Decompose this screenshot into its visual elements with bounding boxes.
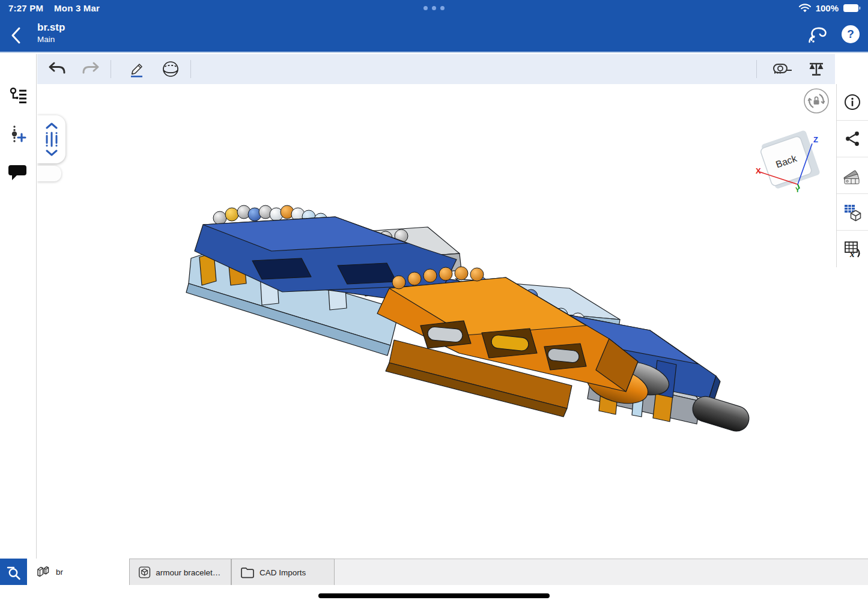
tab-bar: br armour bracelet 1li… CAD Imports (0, 559, 868, 585)
part-studio-icon (35, 565, 51, 580)
tab-folder-cad-imports[interactable]: CAD Imports (231, 559, 335, 586)
find-tab-icon[interactable] (0, 559, 27, 586)
tab-label: CAD Imports (259, 568, 306, 577)
feature-list-icon[interactable] (7, 85, 29, 107)
nav-bar: br.stp Main ? (0, 18, 868, 53)
chevron-down-icon[interactable] (46, 150, 58, 156)
app-header: 7:27 PM Mon 3 Mar 100% br.stp Main (0, 0, 868, 53)
document-title: br.stp (37, 22, 65, 34)
appearance-icon[interactable] (837, 157, 868, 194)
follow-mode-icon[interactable] (807, 24, 830, 44)
insert-feature-icon[interactable] (7, 124, 29, 145)
tab-label: br (56, 568, 63, 577)
home-indicator[interactable] (318, 593, 550, 598)
left-sidebar (0, 54, 37, 559)
cad-model[interactable] (168, 198, 757, 444)
back-button[interactable] (10, 25, 28, 46)
right-sidebar: x (836, 84, 868, 267)
document-cube-icon (138, 565, 151, 580)
multitask-dots-icon[interactable] (0, 6, 868, 10)
chevron-up-icon[interactable] (46, 123, 58, 129)
rotate-lock-icon[interactable] (803, 87, 830, 115)
axis-y-label: Y (795, 186, 800, 193)
collapsed-panel-handle[interactable] (37, 166, 61, 181)
document-toolbar (37, 54, 835, 84)
redo-icon[interactable] (77, 57, 105, 81)
workspace-name: Main (37, 35, 65, 44)
help-icon[interactable]: ? (842, 25, 860, 43)
rollback-slider-icon[interactable] (44, 130, 59, 148)
sketch-icon[interactable] (123, 57, 151, 81)
svg-text:x: x (849, 249, 855, 259)
mass-properties-icon[interactable] (803, 57, 830, 81)
tab-part-studio-br[interactable]: br (27, 559, 129, 586)
rollback-panel[interactable] (37, 115, 65, 163)
status-bar: 7:27 PM Mon 3 Mar 100% (0, 0, 868, 18)
tab-document-armour-bracelet[interactable]: armour bracelet 1li… (129, 559, 231, 586)
battery-icon (843, 4, 861, 13)
model-viewport[interactable]: Back X Z Y (37, 84, 836, 559)
freeform-surface-icon[interactable] (157, 57, 184, 81)
info-icon[interactable] (837, 84, 868, 121)
configurations-icon[interactable] (837, 194, 868, 231)
tab-label: armour bracelet 1li… (156, 568, 222, 577)
undo-icon[interactable] (43, 57, 71, 81)
folder-icon (240, 566, 255, 579)
home-indicator-zone (0, 585, 868, 603)
view-cube[interactable]: Back X Z Y (751, 126, 836, 193)
measure-icon[interactable] (769, 57, 797, 81)
axis-z-label: Z (813, 135, 818, 144)
wifi-icon (798, 2, 812, 13)
comment-icon[interactable] (7, 162, 29, 184)
battery-percent: 100% (816, 3, 839, 13)
axis-x-label: X (756, 166, 761, 175)
variables-icon[interactable]: x (837, 231, 868, 267)
share-icon[interactable] (837, 121, 868, 157)
